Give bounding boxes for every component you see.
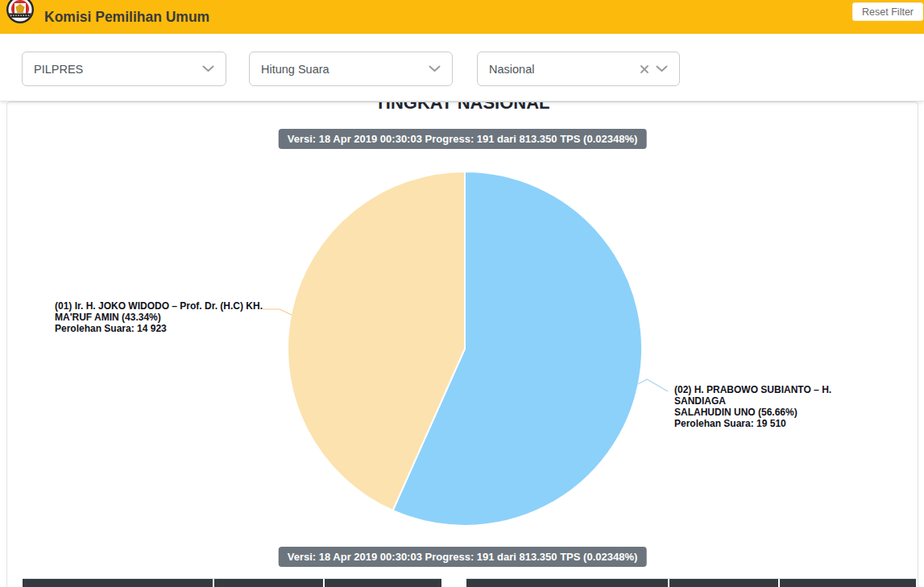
right-table-header [466,578,916,587]
clear-icon[interactable] [640,64,649,74]
pie-label-jokowi: (01) Ir. H. JOKO WIDODO – Prof. Dr. (H.C… [55,300,268,334]
pie-label-line: MA'RUF AMIN (43.34%) [55,312,268,323]
chevron-down-icon [656,65,668,72]
table-header-cell [669,579,778,587]
select-value: Hitung Suara [261,63,422,76]
chevron-down-icon [429,65,441,72]
table-header-cell [23,579,213,587]
pie-label-line: Perolehan Suara: 19 510 [674,418,880,429]
region-select[interactable]: Nasional [477,52,680,86]
election-type-select[interactable]: PILPRES [22,52,226,86]
chevron-down-icon [202,65,214,72]
left-table-header [23,578,441,587]
app-header: Komisi Pemilihan Umum Reset Filter [0,0,924,34]
pie-label-line: SALAHUDIN UNO (56.66%) [674,407,880,418]
select-value: Nasional [489,63,633,76]
table-header-cell [780,579,916,587]
kpu-logo-icon [6,0,34,23]
kpu-brand[interactable]: Komisi Pemilihan Umum [6,0,209,34]
table-header-cell [325,579,441,587]
select-value: PILPRES [34,63,196,76]
table-header-cell [466,579,668,587]
table-header-cell [214,579,323,587]
reset-filter-button[interactable]: Reset Filter [852,2,923,21]
pie-label-line-connector [638,379,668,391]
results-card: TINGKAT NASIONAL Versi: 18 Apr 2019 00:3… [6,101,918,587]
app-title: Komisi Pemilihan Umum [44,9,209,26]
filter-bar: PILPRES Hitung Suara Nasional [0,34,924,101]
pie-label-line: Perolehan Suara: 14 923 [55,323,268,334]
data-view-select[interactable]: Hitung Suara [249,52,453,86]
pie-label-line: (02) H. PRABOWO SUBIANTO – H. SANDIAGA [674,384,880,407]
pie-label-line: (01) Ir. H. JOKO WIDODO – Prof. Dr. (H.C… [55,300,268,312]
version-badge-footer: Versi: 18 Apr 2019 00:30:03 Progress: 19… [279,547,647,567]
pie-label-prabowo: (02) H. PRABOWO SUBIANTO – H. SANDIAGA S… [674,384,880,429]
